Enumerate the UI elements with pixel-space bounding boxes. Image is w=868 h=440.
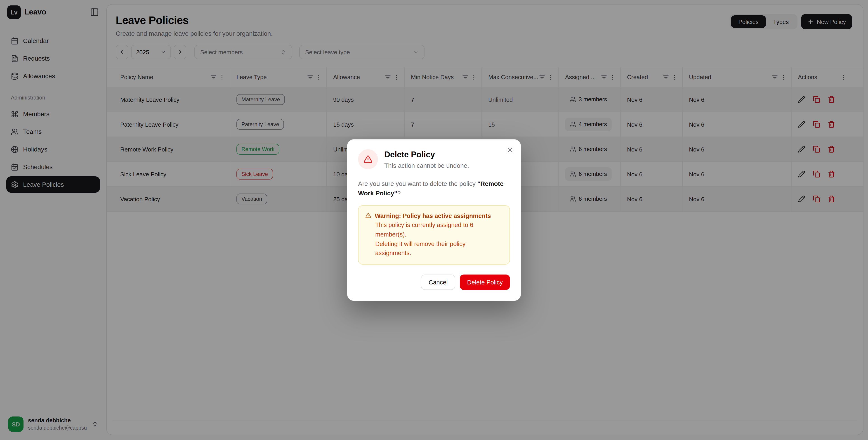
confirm-message: Are you sure you want to delete the poli… — [358, 179, 510, 198]
close-icon — [506, 146, 514, 153]
confirm-delete-button[interactable]: Delete Policy — [460, 275, 510, 290]
close-button[interactable] — [506, 146, 514, 153]
delete-policy-dialog: Delete Policy This action cannot be undo… — [347, 139, 521, 301]
warning-triangle-icon — [365, 212, 371, 218]
dialog-header: Delete Policy This action cannot be undo… — [358, 149, 510, 169]
warning-banner: Warning: Policy has active assignments T… — [358, 205, 510, 265]
alert-triangle-icon — [358, 149, 378, 169]
app-window: Lv Leavo Calendar Requests Allowances Ad — [0, 0, 868, 440]
warning-line: Deleting it will remove their policy ass… — [375, 239, 503, 259]
warning-title: Warning: Policy has active assignments — [375, 212, 491, 221]
dialog-title: Delete Policy — [384, 150, 469, 159]
cancel-button[interactable]: Cancel — [421, 275, 455, 290]
dialog-subtitle: This action cannot be undone. — [384, 162, 469, 169]
warning-line: This policy is currently assigned to 6 m… — [375, 221, 503, 239]
dialog-footer: Cancel Delete Policy — [358, 275, 510, 290]
